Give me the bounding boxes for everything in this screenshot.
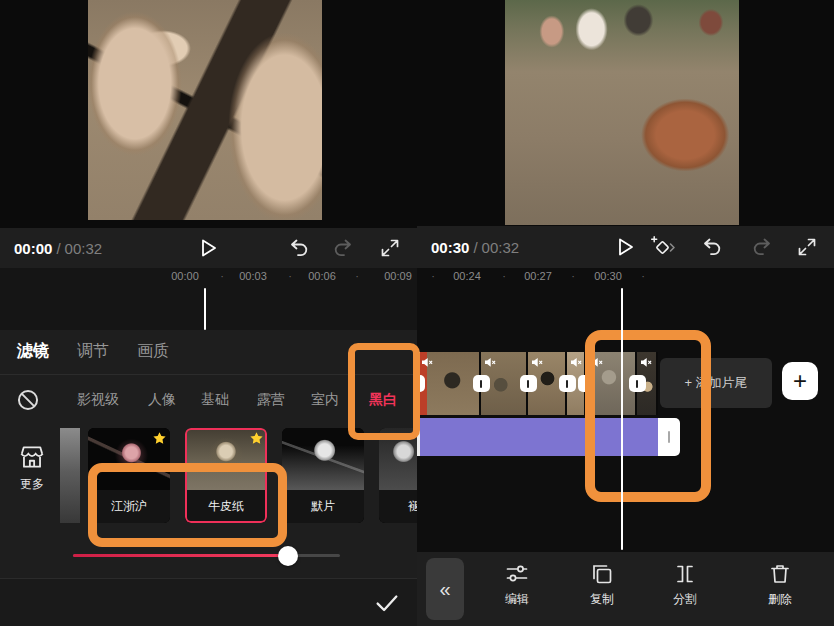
play-button[interactable]: [194, 234, 222, 262]
slider-fill: [73, 554, 288, 557]
checkmark-icon: [373, 589, 401, 617]
transition-button[interactable]: [578, 375, 595, 392]
left-playhead[interactable]: [204, 288, 206, 330]
undo-button[interactable]: [285, 234, 313, 262]
ruler-dot: ·: [220, 270, 224, 282]
fullscreen-button[interactable]: [376, 234, 404, 262]
no-filter-button[interactable]: [16, 388, 40, 412]
mute-icon: [591, 357, 603, 368]
add-ending-label: + 添加片尾: [684, 374, 747, 392]
play-icon: [614, 236, 636, 258]
filter-name: 江浙沪: [88, 490, 170, 523]
audio-trim-handle[interactable]: [658, 418, 680, 456]
ruler-dot: ·: [431, 270, 435, 282]
right-playhead[interactable]: [621, 288, 623, 550]
current-time: 00:30: [431, 239, 469, 256]
more-filters-button[interactable]: 更多: [14, 442, 50, 493]
right-timeline-ruler[interactable]: · 00:24 · 00:27 · 00:30 ·: [417, 270, 834, 286]
undo-button[interactable]: [698, 233, 726, 261]
tool-label: 复制: [570, 591, 634, 608]
ruler-dot: ·: [288, 270, 292, 282]
category-camping[interactable]: 露营: [257, 391, 285, 409]
mute-icon: [531, 357, 543, 368]
delete-tool-button[interactable]: 删除: [748, 561, 812, 608]
ruler-dot: ·: [355, 270, 359, 282]
undo-icon: [701, 236, 723, 258]
right-video-frame: [505, 0, 739, 225]
mute-icon: [570, 357, 582, 368]
add-clip-button[interactable]: +: [782, 362, 818, 400]
tool-label: 编辑: [485, 591, 549, 608]
ruler-tick: 00:06: [308, 270, 336, 282]
category-indoor[interactable]: 室内: [311, 391, 339, 409]
redo-button[interactable]: [748, 233, 776, 261]
ruler-tick: 00:00: [171, 270, 199, 282]
filter-thumbnail: [379, 428, 417, 490]
audio-left-cap: [417, 418, 420, 456]
collapse-toolbar-button[interactable]: «: [426, 558, 464, 620]
duplicate-tool-button[interactable]: 复制: [570, 561, 634, 608]
filter-intensity-slider[interactable]: [73, 554, 340, 557]
timeline-editor-screen: 00:30/00:32 ·: [417, 0, 834, 626]
time-separator: /: [473, 239, 477, 256]
left-video-frame: [88, 0, 322, 220]
filter-tile-jiangzhehu[interactable]: 江浙沪: [88, 428, 170, 523]
transition-button[interactable]: [473, 375, 490, 392]
right-timecode: 00:30/00:32: [431, 239, 519, 256]
tool-label: 分割: [653, 591, 717, 608]
previous-filter-tile-partial[interactable]: [60, 428, 80, 523]
left-playback-bar: 00:00/00:32: [0, 228, 417, 268]
redo-icon: [751, 236, 773, 258]
fullscreen-icon: [796, 236, 818, 258]
transition-button[interactable]: [629, 375, 646, 392]
panel-tabs: 滤镜 调节 画质: [0, 341, 417, 365]
store-icon: [17, 442, 47, 472]
transition-button[interactable]: [417, 375, 425, 392]
ruler-tick: 00:03: [239, 270, 267, 282]
current-time: 00:00: [14, 240, 52, 257]
transition-button[interactable]: [520, 375, 537, 392]
fullscreen-button[interactable]: [793, 233, 821, 261]
clip-toolbar: « 编辑 复制 分割: [417, 552, 834, 626]
filter-tile-mopian[interactable]: 默片: [282, 428, 364, 523]
split-tool-button[interactable]: 分割: [653, 561, 717, 608]
total-time: 00:32: [65, 240, 103, 257]
tab-filter[interactable]: 滤镜: [17, 341, 49, 362]
keyframe-button[interactable]: [649, 233, 677, 261]
star-badge-icon: [152, 431, 167, 446]
filter-tile-niupizhi-selected[interactable]: 牛皮纸: [185, 428, 267, 523]
ruler-dot: ·: [502, 270, 506, 282]
add-ending-button[interactable]: + 添加片尾: [660, 358, 772, 408]
sliders-icon: [485, 561, 549, 589]
filter-name: 默片: [282, 490, 364, 523]
divider: [0, 374, 417, 375]
app-root: 00:00/00:32 00:00 · 00:03 · 00:06 · 00:0…: [0, 0, 834, 626]
category-basic[interactable]: 基础: [201, 391, 229, 409]
ruler-tick: 00:27: [524, 270, 552, 282]
tab-quality[interactable]: 画质: [137, 341, 169, 362]
undo-icon: [288, 237, 310, 259]
mute-icon: [640, 357, 652, 368]
play-icon: [197, 237, 219, 259]
right-video-preview: [417, 0, 834, 226]
redo-button[interactable]: [329, 234, 357, 262]
category-cinematic[interactable]: 影视级: [77, 391, 119, 409]
category-blackwhite[interactable]: 黑白: [369, 391, 397, 409]
play-button[interactable]: [611, 233, 639, 261]
left-timeline-ruler[interactable]: 00:00 · 00:03 · 00:06 · 00:09: [0, 270, 417, 286]
slider-thumb[interactable]: [278, 546, 298, 566]
ruler-tick: 00:24: [453, 270, 481, 282]
filter-name: 褪色: [379, 490, 417, 523]
confirm-button[interactable]: [373, 588, 403, 618]
category-portrait[interactable]: 人像: [148, 391, 176, 409]
ruler-tick: 00:30: [594, 270, 622, 282]
tab-adjust[interactable]: 调节: [77, 341, 109, 362]
transition-button[interactable]: [559, 375, 576, 392]
left-timecode: 00:00/00:32: [14, 240, 102, 257]
more-label: 更多: [14, 476, 50, 493]
filter-tile-tuise[interactable]: 褪色: [379, 428, 417, 523]
edit-tool-button[interactable]: 编辑: [485, 561, 549, 608]
duplicate-icon: [570, 561, 634, 589]
left-video-preview: [0, 0, 417, 228]
filter-panel: 滤镜 调节 画质 影视级 人像 基础 露营 室内 黑白: [0, 330, 417, 626]
